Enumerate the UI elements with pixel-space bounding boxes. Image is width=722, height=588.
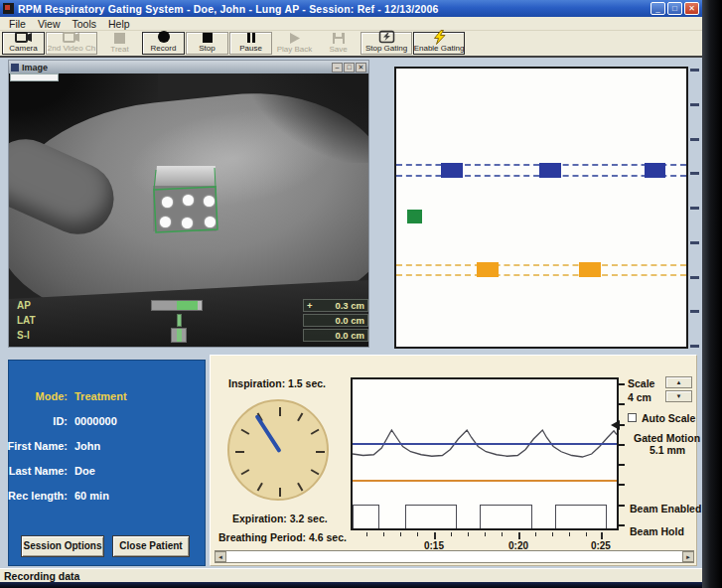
menu-help[interactable]: Help xyxy=(103,18,135,30)
breathing-clock xyxy=(227,399,329,501)
breathing-period-label: Breathing Period: 4.6 sec. xyxy=(218,531,347,543)
waveform-plot-area xyxy=(353,379,617,528)
status-bar: Recording data xyxy=(0,568,702,582)
menu-bar: File View Tools Help xyxy=(0,17,702,31)
waveform-chart-wrap xyxy=(351,377,619,530)
restore-button[interactable]: □ xyxy=(667,2,682,15)
position-row-si: S-I 0.0 cm xyxy=(9,329,368,343)
axis-tick xyxy=(690,138,699,141)
x-minor-tick xyxy=(417,532,418,536)
screen-edge-bottom xyxy=(0,582,702,588)
axis-tick xyxy=(690,172,699,175)
camera-icon xyxy=(15,31,33,44)
position-row-ap: AP + 0.3 cm xyxy=(9,299,368,313)
gated-motion-marker xyxy=(611,420,620,430)
si-value: 0.0 cm xyxy=(335,330,364,341)
breathing-panel: Inspiration: 1.5 sec. Expiration: 3.2 se… xyxy=(210,355,697,566)
si-position-fill xyxy=(177,329,182,342)
auto-scale-checkbox[interactable] xyxy=(628,413,637,422)
x-minor-tick xyxy=(535,532,536,536)
save-button[interactable]: Save xyxy=(317,32,360,55)
x-minor-tick xyxy=(586,532,587,536)
axis-tick xyxy=(690,310,699,313)
x-minor-tick xyxy=(502,532,503,536)
beam-enabled-label: Beam Enabled xyxy=(630,503,701,514)
pause-button[interactable]: Pause xyxy=(229,32,272,55)
scroll-left-button[interactable]: ◄ xyxy=(215,551,226,562)
scale-value: 4 cm xyxy=(628,391,651,403)
lat-position-bar xyxy=(177,314,182,327)
scale-down-button[interactable]: ▼ xyxy=(665,390,692,402)
clock-tick xyxy=(316,451,325,453)
waveform-axis-tick xyxy=(617,505,625,507)
minimize-button[interactable]: _ xyxy=(650,2,665,15)
video-minimize-button[interactable]: – xyxy=(332,63,343,73)
video-window-icon xyxy=(11,64,19,72)
window-titlebar[interactable]: RPM Respiratory Gating System - Doe, Joh… xyxy=(0,0,702,17)
position-marker xyxy=(407,210,422,223)
upper-gating-threshold xyxy=(353,443,617,445)
stop-gating-button[interactable]: Stop Gating xyxy=(361,32,412,55)
record-button[interactable]: Record xyxy=(142,32,185,55)
x-minor-tick xyxy=(400,532,401,536)
x-major-tick xyxy=(518,532,520,539)
ap-position-fill xyxy=(177,301,198,310)
si-position-bar xyxy=(171,328,187,343)
waveform-scrollbar[interactable]: ◄ ► xyxy=(215,550,694,563)
stop-button[interactable]: Stop xyxy=(186,32,228,55)
lightning-icon xyxy=(432,30,447,44)
pause-icon xyxy=(246,32,256,44)
beam-hold-label: Beam Hold xyxy=(630,525,684,537)
inspiration-label: Inspiration: 1.5 sec. xyxy=(228,377,326,389)
position-marker xyxy=(539,163,561,178)
close-patient-button[interactable]: Close Patient xyxy=(112,535,190,557)
window-title: RPM Respiratory Gating System - Doe, Joh… xyxy=(18,3,650,15)
gated-motion-label: Gated Motion xyxy=(634,432,700,444)
session-options-button[interactable]: Session Options xyxy=(21,535,104,557)
lat-label: LAT xyxy=(17,315,36,326)
menu-tools[interactable]: Tools xyxy=(68,18,102,30)
play-icon xyxy=(288,32,301,45)
ap-label: AP xyxy=(17,300,31,311)
clock-tick xyxy=(241,469,250,475)
ap-position-tip xyxy=(198,301,202,310)
video-window-titlebar[interactable]: Image – □ ✕ xyxy=(9,61,368,74)
lower-gating-threshold xyxy=(353,480,617,482)
camera-button[interactable]: Camera xyxy=(2,32,45,55)
video-window-title: Image xyxy=(22,63,331,73)
waveform-axis-tick xyxy=(617,524,625,526)
treat-button[interactable]: Treat xyxy=(98,32,141,55)
expiration-label: Expiration: 3.2 sec. xyxy=(232,513,328,524)
scale-up-button[interactable]: ▲ xyxy=(665,376,692,388)
field-last-name: Last Name: Doe xyxy=(9,465,205,479)
screenshot-stage: RPM Respiratory Gating System - Doe, Joh… xyxy=(0,0,722,588)
si-label: S-I xyxy=(17,330,30,341)
main-area: Image – □ ✕ xyxy=(0,58,702,568)
video-close-button[interactable]: ✕ xyxy=(356,63,366,73)
clock-tick xyxy=(279,488,281,497)
beam-enable-pulse xyxy=(480,505,532,528)
scale-controls: Scale ▲ 4 cm ▼ Auto Scale Gated Motion 5… xyxy=(626,369,697,558)
x-minor-tick xyxy=(569,532,570,536)
axis-tick xyxy=(690,276,699,279)
scroll-right-button[interactable]: ► xyxy=(682,551,694,562)
save-icon xyxy=(332,32,346,45)
play-back-button[interactable]: Play Back xyxy=(273,32,316,55)
clock-tick xyxy=(279,407,281,416)
x-major-tick xyxy=(434,532,436,539)
menu-view[interactable]: View xyxy=(33,18,66,30)
clock-hand xyxy=(254,414,281,453)
x-minor-tick xyxy=(451,532,452,536)
close-button[interactable]: ✕ xyxy=(684,2,699,15)
video-maximize-button[interactable]: □ xyxy=(344,63,355,73)
marker-position-chart xyxy=(394,67,688,349)
tracking-wireframe xyxy=(153,166,218,233)
video-image-window: Image – □ ✕ xyxy=(8,60,369,348)
enable-gating-button[interactable]: Enable Gating xyxy=(413,32,465,55)
x-minor-tick xyxy=(366,532,367,536)
menu-file[interactable]: File xyxy=(4,18,31,30)
rpm-application-window: RPM Respiratory Gating System - Doe, Joh… xyxy=(0,0,702,582)
second-video-button[interactable]: 2nd Video Ch xyxy=(46,32,97,55)
orange-gating-band xyxy=(396,274,686,276)
beam-enable-pulse xyxy=(405,505,457,528)
